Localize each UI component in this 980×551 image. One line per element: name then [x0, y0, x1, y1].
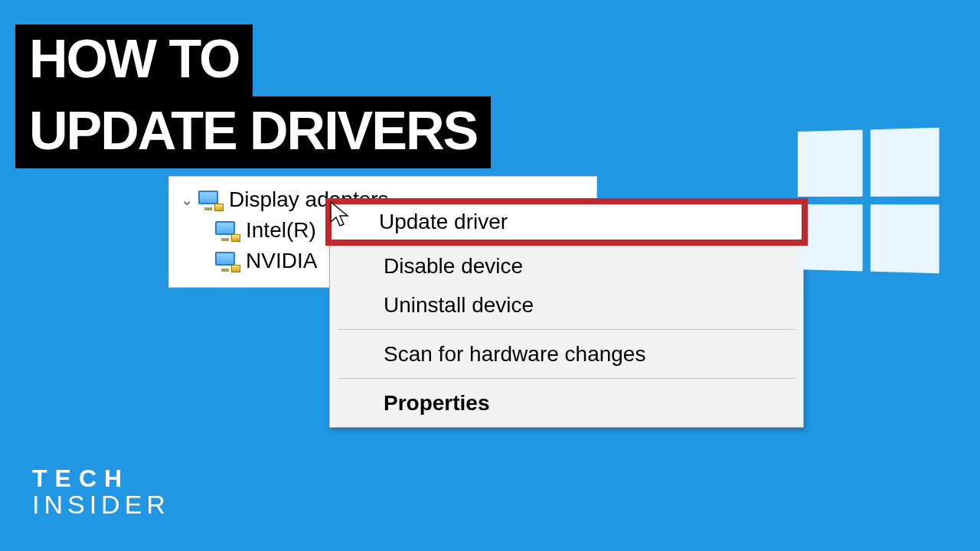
menu-item-disable-device[interactable]: Disable device — [330, 246, 803, 285]
title-line-1: HOW TO — [15, 24, 253, 96]
context-menu: Update driver Update driver Disable devi… — [329, 202, 804, 428]
tree-child-label: Intel(R) — [246, 218, 316, 243]
brand-line-2: INSIDER — [32, 491, 170, 519]
display-adapter-icon — [198, 191, 221, 209]
windows-logo-icon — [798, 128, 939, 273]
brand-line-1: TECH — [32, 466, 170, 492]
brand-logo: TECH INSIDER — [32, 466, 170, 519]
display-adapter-icon — [215, 221, 238, 240]
menu-separator — [338, 329, 795, 330]
menu-item-scan-hardware[interactable]: Scan for hardware changes — [330, 334, 803, 373]
display-adapter-icon — [215, 252, 238, 270]
chevron-down-icon: ⌄ — [180, 191, 194, 209]
menu-item-update-driver-label: Update driver — [379, 210, 508, 234]
tree-child-label: NVIDIA — [246, 249, 317, 273]
menu-separator — [338, 378, 795, 379]
menu-item-properties[interactable]: Properties — [330, 383, 803, 422]
title-line-2: UPDATE DRIVERS — [15, 96, 491, 168]
menu-item-uninstall-device[interactable]: Uninstall device — [330, 285, 803, 324]
menu-highlight-box: Update driver — [325, 198, 808, 246]
